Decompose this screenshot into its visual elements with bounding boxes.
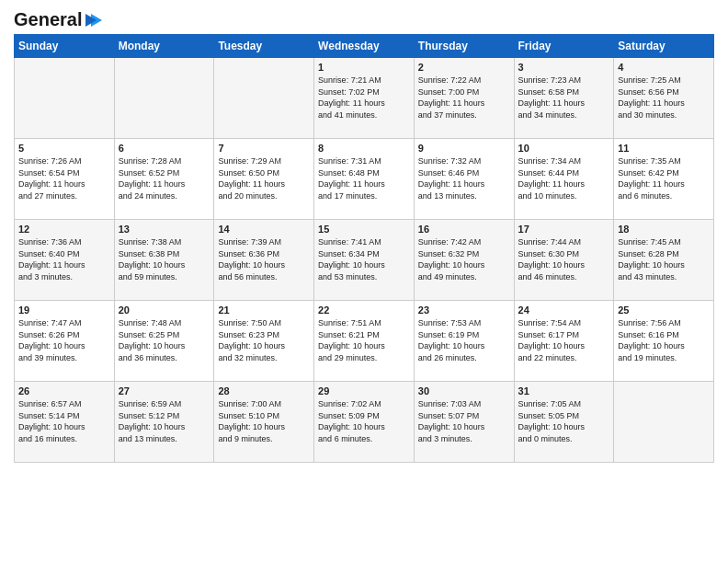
cell-content-line: Daylight: 10 hours [218,259,310,271]
cell-content-line: Daylight: 11 hours [418,98,510,109]
day-number: 16 [418,224,510,235]
cell-content-line: and 53 minutes. [318,271,410,283]
day-number: 15 [318,224,410,235]
calendar: SundayMondayTuesdayWednesdayThursdayFrid… [14,34,714,463]
cell-content-line: Sunset: 6:54 PM [18,167,110,179]
cell-content-line: Sunrise: 7:53 AM [418,317,510,329]
cell-content-line: Daylight: 10 hours [218,421,310,433]
cell-content-line: and 37 minutes. [418,109,510,121]
day-number: 26 [18,385,110,396]
cell-content-line: Daylight: 10 hours [318,259,410,271]
day-number: 31 [518,385,610,396]
cell-content-line: Sunrise: 7:00 AM [218,398,310,410]
day-cell-21: 21Sunrise: 7:50 AMSunset: 6:23 PMDayligh… [214,301,314,382]
cell-content-line: Daylight: 11 hours [518,98,610,109]
cell-content-line: Sunset: 6:38 PM [119,248,210,260]
day-header-monday: Monday [114,35,214,58]
cell-content-line: Sunrise: 7:36 AM [18,236,110,248]
cell-content-line: and 32 minutes. [218,352,310,364]
day-cell-5: 5Sunrise: 7:26 AMSunset: 6:54 PMDaylight… [15,139,115,220]
day-header-saturday: Saturday [614,35,714,58]
day-cell-12: 12Sunrise: 7:36 AMSunset: 6:40 PMDayligh… [15,220,115,301]
cell-content-line: Sunrise: 7:42 AM [418,236,510,248]
calendar-week-4: 26Sunrise: 6:57 AMSunset: 5:14 PMDayligh… [15,382,714,463]
cell-content-line: Sunset: 6:30 PM [518,248,610,260]
day-cell-16: 16Sunrise: 7:42 AMSunset: 6:32 PMDayligh… [414,220,514,301]
cell-content-line: Sunset: 6:19 PM [418,329,510,341]
calendar-week-3: 19Sunrise: 7:47 AMSunset: 6:26 PMDayligh… [15,301,714,382]
day-number: 7 [218,143,310,154]
cell-content-line: Daylight: 11 hours [18,259,110,271]
cell-content-line: Sunrise: 7:45 AM [618,236,710,248]
cell-content-line: Daylight: 10 hours [418,421,510,433]
cell-content-line: and 22 minutes. [518,352,610,364]
day-cell-27: 27Sunrise: 6:59 AMSunset: 5:12 PMDayligh… [114,382,214,463]
cell-content-line: Sunrise: 7:39 AM [218,236,310,248]
day-header-sunday: Sunday [15,35,115,58]
day-cell-17: 17Sunrise: 7:44 AMSunset: 6:30 PMDayligh… [514,220,614,301]
day-number: 8 [318,143,410,154]
cell-content-line: and 3 minutes. [418,433,510,445]
day-number: 2 [418,62,510,73]
cell-content-line: Daylight: 10 hours [119,421,210,433]
cell-content-line: Sunset: 5:10 PM [218,410,310,422]
cell-content-line: Sunrise: 7:05 AM [518,398,610,410]
day-number: 28 [218,385,310,396]
cell-content-line: and 13 minutes. [119,433,210,445]
day-cell-8: 8Sunrise: 7:31 AMSunset: 6:48 PMDaylight… [314,139,415,220]
calendar-week-0: 1Sunrise: 7:21 AMSunset: 7:02 PMDaylight… [15,58,714,139]
day-cell-23: 23Sunrise: 7:53 AMSunset: 6:19 PMDayligh… [414,301,514,382]
day-header-wednesday: Wednesday [314,35,415,58]
cell-content-line: Daylight: 11 hours [318,98,410,109]
cell-content-line: Daylight: 10 hours [18,340,110,352]
calendar-week-1: 5Sunrise: 7:26 AMSunset: 6:54 PMDaylight… [15,139,714,220]
cell-content-line: Sunrise: 7:29 AM [218,155,310,167]
cell-content-line: Sunset: 6:56 PM [618,86,710,98]
day-cell-3: 3Sunrise: 7:23 AMSunset: 6:58 PMDaylight… [514,58,614,139]
day-cell-13: 13Sunrise: 7:38 AMSunset: 6:38 PMDayligh… [114,220,214,301]
day-cell-25: 25Sunrise: 7:56 AMSunset: 6:16 PMDayligh… [614,301,714,382]
day-number: 19 [18,304,110,316]
cell-content-line: Sunrise: 7:22 AM [418,75,510,86]
cell-content-line: Daylight: 11 hours [418,178,510,190]
day-cell-14: 14Sunrise: 7:39 AMSunset: 6:36 PMDayligh… [214,220,314,301]
day-number: 3 [518,62,610,73]
day-number: 9 [418,143,510,154]
cell-content-line: and 34 minutes. [518,109,610,121]
day-number: 24 [518,304,610,316]
day-number: 13 [119,224,210,235]
cell-content-line: Sunset: 6:58 PM [518,86,610,98]
day-cell-31: 31Sunrise: 7:05 AMSunset: 5:05 PMDayligh… [514,382,614,463]
cell-content-line: Daylight: 11 hours [18,178,110,190]
day-number: 29 [318,385,410,396]
cell-content-line: Sunset: 6:26 PM [18,329,110,341]
day-cell-18: 18Sunrise: 7:45 AMSunset: 6:28 PMDayligh… [614,220,714,301]
day-number: 17 [518,224,610,235]
cell-content-line: and 20 minutes. [218,190,310,202]
day-cell-30: 30Sunrise: 7:03 AMSunset: 5:07 PMDayligh… [414,382,514,463]
cell-content-line: Sunset: 5:05 PM [518,410,610,422]
cell-content-line: Daylight: 10 hours [119,340,210,352]
day-cell-20: 20Sunrise: 7:48 AMSunset: 6:25 PMDayligh… [114,301,214,382]
cell-content-line: Sunrise: 6:59 AM [119,398,210,410]
day-cell-4: 4Sunrise: 7:25 AMSunset: 6:56 PMDaylight… [614,58,714,139]
day-cell-28: 28Sunrise: 7:00 AMSunset: 5:10 PMDayligh… [214,382,314,463]
calendar-header-row: SundayMondayTuesdayWednesdayThursdayFrid… [15,35,714,58]
cell-content-line: Sunset: 6:42 PM [618,167,710,179]
cell-content-line: and 46 minutes. [518,271,610,283]
day-cell-6: 6Sunrise: 7:28 AMSunset: 6:52 PMDaylight… [114,139,214,220]
cell-content-line: Sunrise: 7:47 AM [18,317,110,329]
cell-content-line: Sunrise: 7:03 AM [418,398,510,410]
cell-content-line: Sunset: 6:32 PM [418,248,510,260]
cell-content-line: Sunrise: 7:48 AM [119,317,210,329]
day-number: 21 [218,304,310,316]
cell-content-line: and 6 minutes. [618,190,710,202]
cell-content-line: Daylight: 10 hours [518,259,610,271]
cell-content-line: Daylight: 10 hours [318,421,410,433]
cell-content-line: and 56 minutes. [218,271,310,283]
cell-content-line: Sunset: 6:25 PM [119,329,210,341]
cell-content-line: Sunset: 6:50 PM [218,167,310,179]
cell-content-line: Daylight: 10 hours [618,259,710,271]
cell-content-line: Sunset: 6:21 PM [318,329,410,341]
cell-content-line: and 6 minutes. [318,433,410,445]
